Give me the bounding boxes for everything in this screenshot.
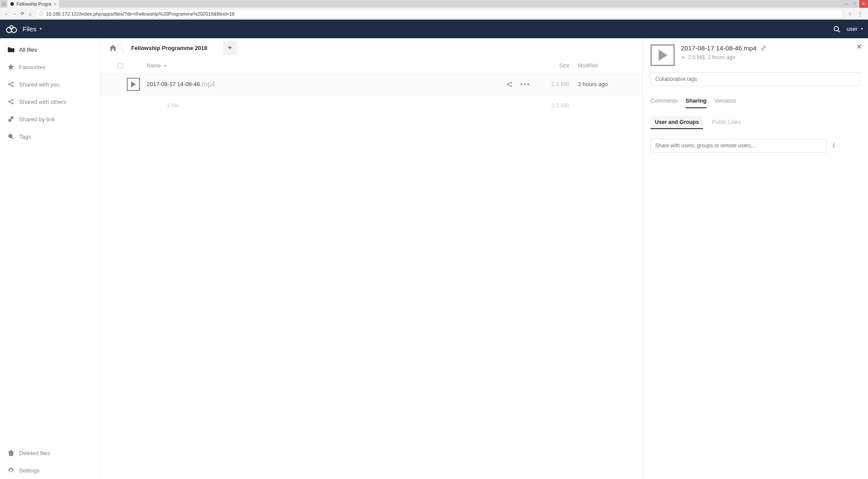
subtab-label: Public Links bbox=[712, 119, 741, 125]
svg-line-6 bbox=[838, 30, 840, 32]
app-switcher[interactable]: Files ▼ bbox=[23, 25, 43, 33]
window-close-button[interactable]: ✕ bbox=[859, 0, 868, 8]
breadcrumb-label: Fellowship Programme 2018 bbox=[131, 45, 208, 51]
user-name: user bbox=[847, 26, 858, 32]
svg-point-13 bbox=[9, 134, 12, 138]
search-button[interactable] bbox=[830, 23, 843, 36]
column-header-name[interactable]: Name ▲ bbox=[147, 63, 495, 69]
browser-back-button[interactable]: ← bbox=[3, 11, 10, 17]
browser-toolbar: ← → ⟳ ⌂ ⓘ 10.186.172.122/index.php/apps/… bbox=[0, 8, 868, 20]
tab-comments[interactable]: Comments bbox=[650, 97, 678, 108]
column-header-size[interactable]: Size bbox=[530, 63, 578, 69]
subtab-label: User and Groups bbox=[655, 119, 699, 125]
summary-count: 1 file bbox=[167, 102, 178, 109]
browser-reload-button[interactable]: ⟳ bbox=[18, 11, 26, 17]
sidebar-item-label: Shared with you bbox=[19, 81, 59, 88]
trash-icon bbox=[6, 450, 16, 456]
summary-size: 2.5 MB bbox=[530, 102, 578, 109]
column-header-label: Modified bbox=[578, 63, 597, 69]
caret-down-icon: ▼ bbox=[39, 27, 43, 31]
column-header-modified[interactable]: Modified bbox=[578, 63, 634, 69]
tab-close-icon[interactable]: × bbox=[54, 1, 56, 7]
svg-point-10 bbox=[8, 101, 10, 103]
tab-label: Versions bbox=[714, 97, 736, 104]
svg-point-1 bbox=[10, 2, 14, 6]
browser-forward-button[interactable]: → bbox=[10, 11, 18, 17]
svg-point-5 bbox=[834, 27, 838, 31]
browser-tab-bar: Fellowship Progra × — □ ✕ bbox=[0, 0, 868, 8]
sidebar-item-label: Deleted files bbox=[19, 450, 50, 456]
window-controls: — □ ✕ bbox=[842, 0, 868, 8]
sidebar-item-shared-by-link[interactable]: Shared by link bbox=[0, 110, 100, 128]
close-panel-button[interactable]: ✕ bbox=[856, 43, 862, 51]
link-icon bbox=[6, 116, 16, 122]
svg-point-7 bbox=[8, 83, 10, 85]
sidebar-item-shared-with-others[interactable]: Shared with others bbox=[0, 93, 100, 110]
app-logo[interactable] bbox=[4, 23, 19, 35]
select-all-checkbox[interactable] bbox=[118, 63, 123, 68]
details-meta: 2.5 MB, 2 hours ago bbox=[688, 54, 735, 60]
browser-chrome: Fellowship Progra × — □ ✕ ← → ⟳ ⌂ ⓘ 10.1… bbox=[0, 0, 868, 20]
sidebar-item-label: Shared with others bbox=[19, 99, 66, 105]
breadcrumb-item[interactable]: Fellowship Programme 2018 bbox=[121, 38, 215, 57]
more-actions-icon[interactable]: ••• bbox=[520, 80, 530, 88]
svg-point-9 bbox=[12, 85, 13, 87]
file-size: 2.5 MB bbox=[530, 81, 578, 87]
subtab-public-links[interactable]: Public Links bbox=[707, 116, 745, 129]
tab-label: Comments bbox=[650, 97, 678, 104]
gear-icon bbox=[6, 467, 16, 473]
window-maximize-button[interactable]: □ bbox=[851, 0, 859, 8]
sidebar-item-label: Settings bbox=[19, 467, 40, 474]
sidebar-item-shared-with-you[interactable]: Shared with you bbox=[0, 76, 100, 93]
file-row[interactable]: 2017-08-17 14-08-46.mp4 ••• 2.5 MB 2 hou… bbox=[101, 74, 642, 95]
browser-menu-button[interactable]: ⋮ bbox=[858, 11, 863, 17]
file-area: Fellowship Programme 2018 + Name ▲ Size bbox=[101, 38, 642, 479]
sidebar-item-deleted-files[interactable]: Deleted files bbox=[0, 444, 100, 462]
sidebar-item-label: Favourites bbox=[19, 64, 46, 70]
favourite-star-icon[interactable]: ★ bbox=[681, 54, 686, 60]
browser-home-button[interactable]: ⌂ bbox=[26, 11, 34, 17]
folder-icon bbox=[6, 47, 16, 52]
collaborative-tags-input[interactable] bbox=[650, 72, 860, 86]
share-icon[interactable] bbox=[506, 81, 512, 87]
sharing-subtabs: User and Groups Public Links bbox=[650, 116, 860, 129]
share-icon bbox=[6, 81, 16, 87]
breadcrumb-bar: Fellowship Programme 2018 + bbox=[101, 38, 642, 57]
sidebar-item-label: All files bbox=[19, 47, 37, 53]
svg-line-14 bbox=[12, 137, 13, 139]
app-name: Files bbox=[23, 25, 36, 33]
user-menu[interactable]: user ▼ bbox=[847, 26, 864, 32]
tab-versions[interactable]: Versions bbox=[714, 97, 736, 108]
bookmark-star-icon[interactable]: ☆ bbox=[848, 11, 852, 17]
sidebar-item-tags[interactable]: Tags bbox=[0, 128, 100, 145]
sidebar-item-all-files[interactable]: All files bbox=[0, 41, 100, 58]
permalink-icon[interactable] bbox=[761, 45, 766, 51]
details-filename: 2017-08-17 14-08-46.mp4 bbox=[681, 44, 756, 52]
file-name: 2017-08-17 14-08-46 bbox=[147, 81, 200, 87]
breadcrumb-home[interactable] bbox=[105, 38, 121, 57]
svg-point-8 bbox=[12, 82, 13, 83]
browser-address-bar[interactable]: ⓘ 10.186.172.122/index.php/apps/files/?d… bbox=[36, 9, 843, 18]
sort-asc-icon: ▲ bbox=[163, 63, 167, 67]
svg-point-17 bbox=[510, 82, 512, 83]
video-thumb-icon bbox=[127, 78, 140, 91]
svg-point-12 bbox=[12, 103, 13, 104]
share-with-input[interactable] bbox=[650, 139, 827, 153]
site-info-icon[interactable]: ⓘ bbox=[39, 10, 43, 17]
sidebar-nav: All files Favourites Shared with you Sha… bbox=[0, 41, 100, 444]
sidebar: All files Favourites Shared with you Sha… bbox=[0, 38, 101, 479]
window-minimize-button[interactable]: — bbox=[842, 0, 851, 8]
sidebar-item-settings[interactable]: Settings bbox=[0, 462, 100, 479]
browser-tab[interactable]: Fellowship Progra × bbox=[7, 0, 59, 8]
browser-generic-icon bbox=[0, 0, 7, 8]
tab-favicon bbox=[10, 2, 14, 6]
info-icon[interactable]: i bbox=[833, 142, 835, 150]
sidebar-item-favourites[interactable]: Favourites bbox=[0, 58, 100, 76]
new-button[interactable]: + bbox=[223, 41, 237, 55]
file-table-header: Name ▲ Size Modified bbox=[101, 57, 642, 74]
tab-sharing[interactable]: Sharing bbox=[686, 97, 706, 108]
file-table-summary: 1 file 2.5 MB bbox=[101, 95, 642, 116]
sidebar-item-label: Tags bbox=[19, 133, 31, 140]
subtab-user-groups[interactable]: User and Groups bbox=[650, 116, 703, 129]
magnifier-icon bbox=[6, 133, 16, 140]
